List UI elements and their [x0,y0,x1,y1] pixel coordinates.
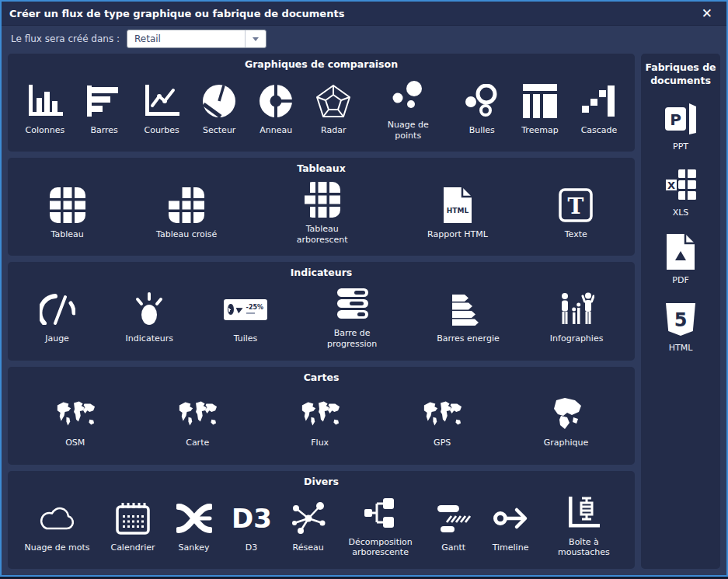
item-gantt[interactable]: Gantt [436,500,472,553]
item-pdf[interactable]: PDF [665,234,696,285]
item-tuiles[interactable]: -25% Tuiles [224,291,267,344]
section-title: Cartes [14,371,629,383]
section-title: Graphiques de comparaison [14,58,629,70]
item-ppt[interactable]: P PPT [664,102,698,152]
world-map-icon [54,395,96,432]
pdf-file-icon [665,234,696,270]
item-rapport-html[interactable]: HTML Rapport HTML [427,187,488,240]
item-nuage-de-mots[interactable]: Nuage de mots [25,500,90,553]
section-indicateurs: Indicateurs Jauge Indicateurs [8,262,635,360]
item-secteur[interactable]: Secteur [202,82,236,136]
item-barre-de-progression[interactable]: Barre de progression [318,285,386,350]
destination-select[interactable]: Retail [127,30,266,48]
svg-text:HTML: HTML [447,207,469,215]
item-xls[interactable]: X XLS [664,168,698,218]
ppt-file-icon: P [664,102,698,136]
item-barres-energie[interactable]: Barres energie [437,291,500,344]
destination-label: Le flux sera créé dans : [11,33,120,44]
mini-arrow-icon [235,305,244,314]
svg-text:P: P [670,110,681,129]
progress-bars-icon [334,285,370,323]
item-carte[interactable]: Carte [176,395,218,448]
tree-table-icon [305,181,340,218]
item-decomposition-arborescente[interactable]: Décomposition arborescente [347,494,415,559]
section-title: Tableaux [14,162,629,174]
world-map-icon [176,395,218,432]
mini-pie-icon [228,304,234,315]
item-texte[interactable]: T Texte [559,187,593,240]
item-anneau[interactable]: Anneau [259,82,293,136]
close-icon[interactable]: ✕ [695,5,719,22]
item-calendrier[interactable]: Calendrier [110,500,155,553]
destination-toolbar: Le flux sera créé dans : Retail [2,26,726,52]
d3-logo-icon: D3 [233,500,270,537]
item-infographies[interactable]: Infographies [550,291,604,344]
section-title: Divers [14,476,629,487]
item-tableau-croise[interactable]: Tableau croisé [156,187,217,240]
item-boite-a-moustaches[interactable]: Boîte à moustaches [549,494,618,559]
column-chart-icon [27,82,63,120]
tile-kpi-icon: -25% [224,291,267,328]
item-graphique-carte[interactable]: Graphique [544,395,589,448]
svg-text:X: X [667,180,675,191]
item-indicateurs[interactable]: Indicateurs [126,291,173,344]
section-divers: Divers Nuage de mots Calendrier [8,471,635,569]
pivot-table-icon [169,187,204,224]
item-courbes[interactable]: Courbes [144,82,179,136]
pie-chart-icon [202,82,236,120]
svg-text:T: T [568,194,584,219]
item-barres[interactable]: Barres [87,82,121,136]
sankey-icon [176,500,212,537]
radar-chart-icon [315,82,351,120]
world-map-icon [421,395,463,432]
dialog-titlebar: Créer un flux de type graphique ou fabri… [2,2,726,26]
bubble-chart-icon [465,82,499,120]
item-radar[interactable]: Radar [315,82,351,136]
item-jauge[interactable]: Jauge [40,291,75,344]
item-nuage-de-points[interactable]: Nuage de points [374,77,442,141]
item-sankey[interactable]: Sankey [176,500,212,553]
waterfall-chart-icon [582,82,616,120]
scatter-plot-icon [391,77,425,114]
create-flow-dialog: Créer un flux de type graphique ou fabri… [0,0,728,577]
line-chart-icon [144,82,179,120]
item-gps[interactable]: GPS [421,395,463,448]
item-flux[interactable]: Flux [299,395,341,448]
html5-shield-icon: 5 [664,302,698,337]
text-icon: T [559,187,593,224]
indicator-bulb-icon [132,291,166,328]
destination-select-value: Retail [127,30,245,47]
treemap-icon [523,82,557,120]
donut-chart-icon [259,82,293,120]
chart-type-panels: Graphiques de comparaison Colonnes Barre… [8,54,635,569]
box-plot-icon [566,494,601,532]
item-reseau[interactable]: Réseau [291,500,326,553]
item-colonnes[interactable]: Colonnes [26,82,65,136]
calendar-icon [115,500,151,537]
item-treemap[interactable]: Treemap [521,82,558,136]
item-html[interactable]: 5 HTML [664,302,698,353]
item-tableau[interactable]: Tableau [50,187,85,240]
html-report-file-icon: HTML [442,187,473,224]
chevron-down-icon[interactable] [245,30,266,47]
screen: Créer un flux de type graphique ou fabri… [0,0,728,579]
gauge-icon [40,291,75,328]
table-icon [50,187,85,224]
item-d3[interactable]: D3 D3 [233,500,270,553]
item-timeline[interactable]: Timeline [493,500,529,553]
energy-bars-icon [451,291,485,328]
dialog-title: Créer un flux de type graphique ou fabri… [9,8,344,19]
item-bulles[interactable]: Bulles [465,82,499,136]
section-cartes: Cartes OSM Carte [8,367,635,465]
bar-chart-icon [87,82,121,120]
word-cloud-icon [37,500,76,537]
network-graph-icon [291,500,326,537]
item-tableau-arborescent[interactable]: Tableau arborescent [288,181,357,246]
gantt-icon [436,500,472,537]
svg-text:D3: D3 [233,504,270,533]
section-tableaux: Tableaux Tableau Tableau croisé [8,158,635,256]
document-factories-panel: Fabriques de documents P PPT X XLS PDF [641,54,720,569]
globe-map-icon [549,395,583,432]
item-cascade[interactable]: Cascade [581,82,618,136]
item-osm[interactable]: OSM [54,395,96,448]
